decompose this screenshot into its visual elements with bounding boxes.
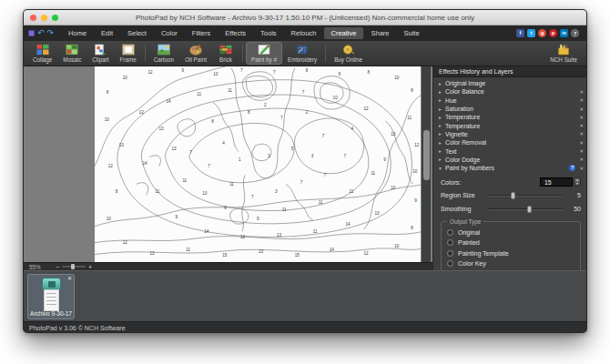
effect-row-hue[interactable]: ▸ Hue ✕ <box>433 96 587 105</box>
output-original-option[interactable]: Original <box>447 227 574 238</box>
tab-retouch[interactable]: Retouch <box>284 27 324 39</box>
smoothing-slider[interactable] <box>488 208 563 210</box>
pinterest-icon[interactable]: p <box>549 29 557 37</box>
tab-color[interactable]: Color <box>154 27 185 39</box>
expand-arrow-icon[interactable]: ▸ <box>439 97 445 103</box>
redo-icon[interactable]: ↷ <box>47 29 55 37</box>
smoothing-slider-thumb[interactable] <box>527 206 532 213</box>
twitter-icon[interactable]: t <box>527 29 535 37</box>
mosaic-icon <box>65 44 79 56</box>
cartoon-button[interactable]: Cartoon <box>148 42 179 65</box>
embroidery-button[interactable]: Embroidery <box>282 42 322 65</box>
colors-input[interactable]: 15 <box>540 177 573 187</box>
expand-arrow-icon[interactable]: ▸ <box>439 148 445 154</box>
tab-filters[interactable]: Filters <box>185 27 218 39</box>
tab-share[interactable]: Share <box>363 27 396 39</box>
svg-text:13: 13 <box>202 191 208 196</box>
remove-effect-icon[interactable]: ✕ <box>579 148 584 154</box>
radio-icon[interactable] <box>447 260 453 267</box>
collage-button[interactable]: Collage <box>27 42 57 65</box>
image-thumbnail-tile[interactable]: ✕ Archivo 9-30-17 <box>27 274 75 319</box>
paint-by-number-button[interactable]: Paint by # <box>246 42 282 65</box>
effect-row-text[interactable]: ▸ Text ✕ <box>433 147 587 155</box>
remove-effect-icon[interactable]: ✕ <box>579 131 584 136</box>
nch-suite-button[interactable]: NCH Suite <box>544 42 583 65</box>
toolbar-separator <box>242 45 243 62</box>
effect-row-color-balance[interactable]: ▸ Color Balance ✕ <box>433 87 587 96</box>
radio-icon[interactable] <box>447 229 453 236</box>
svg-text:7: 7 <box>251 195 254 199</box>
canvas-vertical-scrollbar[interactable] <box>422 66 431 262</box>
facebook-icon[interactable]: f <box>516 29 524 37</box>
remove-effect-icon[interactable]: ✕ <box>579 115 584 120</box>
remove-effect-icon[interactable]: ✕ <box>579 157 584 162</box>
expand-arrow-icon[interactable]: ▸ <box>439 81 445 86</box>
buy-online-icon <box>341 44 356 56</box>
buy-online-button[interactable]: Buy Online <box>329 42 368 65</box>
zoom-level: 55% <box>29 264 53 270</box>
undo-icon[interactable]: ↶ <box>37 29 45 37</box>
svg-text:9: 9 <box>257 217 259 221</box>
effect-row-temperature-2[interactable]: ▸ Temperature ✕ <box>433 121 587 129</box>
zoom-slider[interactable] <box>62 266 86 268</box>
google-plus-icon[interactable]: g <box>538 29 546 37</box>
frame-button[interactable]: Frame <box>115 42 142 65</box>
output-color-key-option[interactable]: Color Key <box>447 258 574 269</box>
region-size-slider[interactable] <box>488 195 563 197</box>
expand-arrow-icon[interactable]: ▸ <box>439 157 445 162</box>
scrollbar-thumb[interactable] <box>423 130 430 180</box>
tab-select[interactable]: Select <box>120 27 154 39</box>
svg-text:11: 11 <box>182 178 187 183</box>
remove-effect-icon[interactable]: ✕ <box>579 123 584 128</box>
remove-effect-icon[interactable]: ✕ <box>579 106 584 112</box>
svg-text:7: 7 <box>208 164 210 168</box>
effect-row-color-dodge[interactable]: ▸ Color Dodge ✕ <box>433 156 587 164</box>
colors-stepper[interactable]: ▲▼ <box>574 177 581 187</box>
oil-paint-button[interactable]: Oil Paint <box>179 42 212 65</box>
collapse-arrow-icon[interactable]: ▾ <box>439 166 445 171</box>
effect-row-vignette[interactable]: ▸ Vignette ✕ <box>433 130 587 138</box>
tab-tools[interactable]: Tools <box>253 27 284 39</box>
expand-arrow-icon[interactable]: ▸ <box>439 115 445 120</box>
expand-arrow-icon[interactable]: ▸ <box>439 131 445 136</box>
effect-row-color-removal[interactable]: ▸ Color Removal ✕ <box>433 138 587 147</box>
effect-row-original-image[interactable]: ▸ Original Image <box>433 79 587 87</box>
tab-home[interactable]: Home <box>61 27 94 39</box>
radio-icon[interactable] <box>447 250 453 257</box>
paint-by-numbers-canvas[interactable]: 8101291377898108101312810121311151315141… <box>95 66 421 262</box>
help-icon[interactable]: ? <box>571 29 579 37</box>
svg-text:7: 7 <box>324 173 327 177</box>
effect-row-paint-by-numbers[interactable]: ▾ Paint by Numbers ? ✕ <box>433 164 587 172</box>
mosaic-button[interactable]: Mosaic <box>57 42 86 65</box>
brick-button[interactable]: Brick <box>212 42 239 65</box>
remove-effect-icon[interactable]: ✕ <box>579 140 584 146</box>
svg-text:13: 13 <box>213 72 219 76</box>
remove-effect-icon[interactable]: ✕ <box>579 97 584 103</box>
output-painting-template-option[interactable]: Painting Template <box>447 248 574 258</box>
tab-creative[interactable]: Creative <box>324 27 364 39</box>
zoom-slider-thumb[interactable] <box>71 264 75 269</box>
expand-arrow-icon[interactable]: ▸ <box>439 106 445 112</box>
expand-arrow-icon[interactable]: ▸ <box>439 89 445 95</box>
tab-suite[interactable]: Suite <box>396 27 426 39</box>
linkedin-icon[interactable]: in <box>560 29 568 37</box>
zoom-in-button[interactable]: + <box>88 264 92 270</box>
radio-icon[interactable] <box>447 239 453 246</box>
save-icon[interactable] <box>28 30 35 36</box>
remove-effect-icon[interactable]: ✕ <box>579 89 584 95</box>
tab-edit[interactable]: Edit <box>94 27 120 39</box>
tab-effects[interactable]: Effects <box>218 27 253 39</box>
help-circle-icon[interactable]: ? <box>569 165 575 171</box>
region-size-slider-thumb[interactable] <box>511 192 515 199</box>
close-image-icon[interactable]: ✕ <box>67 275 72 281</box>
expand-arrow-icon[interactable]: ▸ <box>439 140 445 146</box>
remove-effect-icon[interactable]: ✕ <box>579 166 584 171</box>
svg-text:13: 13 <box>119 143 125 147</box>
svg-text:11: 11 <box>282 207 287 212</box>
effect-row-temperature-1[interactable]: ▸ Temperature ✕ <box>433 113 587 121</box>
expand-arrow-icon[interactable]: ▸ <box>439 123 445 128</box>
clipart-button[interactable]: Clipart <box>86 42 114 65</box>
effect-row-saturation[interactable]: ▸ Saturation ✕ <box>433 105 587 113</box>
output-painted-option[interactable]: Painted <box>447 238 574 248</box>
zoom-out-button[interactable]: − <box>56 264 59 270</box>
